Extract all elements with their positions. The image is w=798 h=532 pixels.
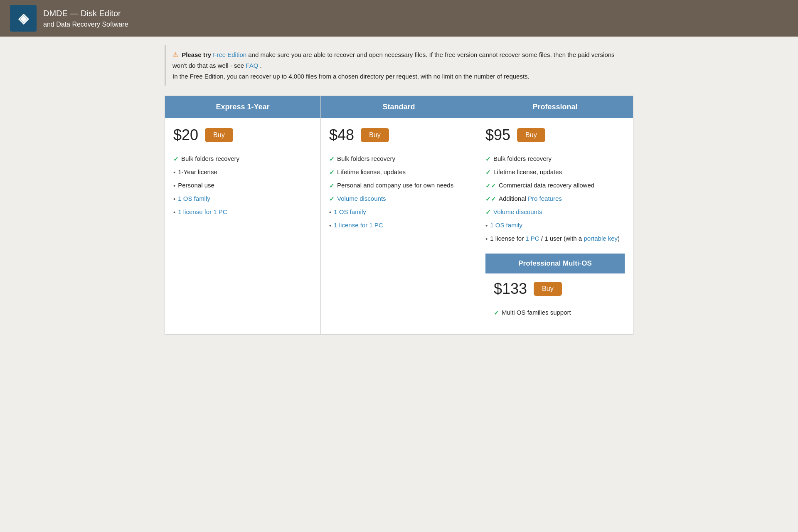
faq-link[interactable]: FAQ	[246, 62, 258, 69]
feature-text: Commercial data recovery allowed	[499, 180, 594, 191]
license-pc-link[interactable]: 1 license for 1 PC	[334, 219, 383, 231]
portable-key-link[interactable]: portable key	[584, 235, 618, 242]
pricing-grid: Express 1-Year $20 Buy ✓ Bulk folders re…	[165, 96, 633, 335]
free-edition-link[interactable]: Free Edition	[213, 51, 246, 58]
list-item: • 1 OS family	[173, 192, 312, 205]
plan-express-body: $20 Buy ✓ Bulk folders recovery • 1-Year…	[165, 118, 320, 334]
volume-discounts-link[interactable]: Volume discounts	[493, 206, 542, 217]
feature-text: Personal and company use for own needs	[337, 180, 453, 191]
list-item: ✓ Volume discounts	[329, 192, 468, 205]
notice-period: .	[260, 62, 261, 69]
standard-price-row: $48 Buy	[329, 126, 468, 144]
feature-text: Bulk folders recovery	[493, 153, 552, 164]
check-icon: ✓	[485, 167, 491, 178]
plan-multi-os-body: $133 Buy ✓ Multi OS families support	[485, 273, 625, 326]
bullet-icon: •	[485, 220, 488, 231]
feature-text: Additional Pro features	[499, 193, 562, 204]
express-buy-button[interactable]: Buy	[205, 128, 233, 142]
bullet-icon: •	[329, 220, 331, 231]
check-icon: ✓	[173, 153, 179, 165]
bullet-icon: •	[329, 207, 331, 218]
license-1pc-link[interactable]: 1 PC	[525, 235, 539, 242]
os-family-link[interactable]: 1 OS family	[334, 206, 366, 217]
plan-express-header: Express 1-Year	[165, 96, 320, 118]
multi-os-price-row: $133 Buy	[494, 280, 616, 298]
feature-text: 1-Year license	[178, 166, 217, 177]
plan-express-title: Express 1-Year	[216, 103, 269, 111]
bullet-icon: •	[173, 207, 175, 218]
plan-standard-title: Standard	[382, 103, 415, 111]
list-item: • Personal use	[173, 179, 312, 192]
main-content: ⚠ Please try Free Edition and make sure …	[158, 37, 640, 343]
notice-line2: In the Free Edition, you can recover up …	[172, 71, 627, 82]
express-price-row: $20 Buy	[173, 126, 312, 144]
plan-express: Express 1-Year $20 Buy ✓ Bulk folders re…	[165, 96, 321, 335]
feature-text: 1 license for 1 PC / 1 user (with a port…	[490, 233, 620, 244]
professional-features: ✓ Bulk folders recovery ✓ Lifetime licen…	[485, 152, 625, 245]
check-icon: ✓	[494, 307, 499, 318]
os-family-link[interactable]: 1 OS family	[490, 219, 522, 231]
check-icon: ✓	[329, 193, 335, 204]
multi-os-price: $133	[494, 280, 527, 298]
express-price: $20	[173, 126, 198, 144]
list-item: • 1 OS family	[329, 205, 468, 219]
plan-professional-header: Professional	[477, 96, 633, 118]
standard-price: $48	[329, 126, 354, 144]
check-icon: ✓	[329, 153, 335, 165]
list-item: ✓ Lifetime license, updates	[485, 165, 625, 179]
plan-standard-body: $48 Buy ✓ Bulk folders recovery ✓ Lifeti…	[321, 118, 477, 334]
pro-features-link[interactable]: Pro features	[528, 195, 562, 202]
notice-prefix: Please try	[182, 51, 213, 58]
bullet-icon: •	[485, 233, 488, 244]
list-item: ✓ Personal and company use for own needs	[329, 179, 468, 192]
feature-text: Multi OS families support	[502, 307, 571, 318]
list-item: ✓ Bulk folders recovery	[173, 152, 312, 165]
plan-professional-title: Professional	[532, 103, 577, 111]
list-item: • 1 license for 1 PC	[173, 205, 312, 219]
plan-multi-os-title: Professional Multi-OS	[518, 259, 592, 267]
feature-text: Personal use	[178, 180, 214, 191]
notice-line1: ⚠ Please try Free Edition and make sure …	[172, 49, 627, 71]
professional-buy-button[interactable]: Buy	[517, 128, 545, 142]
list-item: ✓ Volume discounts	[485, 205, 625, 219]
list-item: • 1 license for 1 PC	[329, 219, 468, 232]
bullet-icon: •	[173, 167, 175, 178]
feature-text: Bulk folders recovery	[181, 153, 239, 164]
list-item: ✓ Multi OS families support	[494, 306, 616, 319]
multi-os-buy-button[interactable]: Buy	[534, 282, 562, 296]
list-item: ✓✓ Commercial data recovery allowed	[485, 179, 625, 192]
feature-text: Lifetime license, updates	[337, 166, 406, 177]
plan-professional: Professional $95 Buy ✓ Bulk folders reco…	[477, 96, 633, 335]
bullet-icon: •	[173, 180, 175, 191]
list-item: • 1 OS family	[485, 219, 625, 232]
professional-price-row: $95 Buy	[485, 126, 625, 144]
list-item: ✓✓ Additional Pro features	[485, 192, 625, 205]
check-icon: ✓	[485, 207, 491, 218]
multi-os-features: ✓ Multi OS families support	[494, 306, 616, 319]
express-features: ✓ Bulk folders recovery • 1-Year license…	[173, 152, 312, 219]
site-subtitle: and Data Recovery Software	[43, 20, 128, 30]
volume-discounts-link[interactable]: Volume discounts	[337, 193, 386, 204]
license-pc-link[interactable]: 1 license for 1 PC	[178, 206, 227, 217]
plan-standard: Standard $48 Buy ✓ Bulk folders recovery…	[321, 96, 477, 335]
notice-block: ⚠ Please try Free Edition and make sure …	[165, 45, 633, 86]
logo: ◈	[10, 5, 37, 32]
check-icon: ✓	[485, 153, 491, 165]
list-item: ✓ Bulk folders recovery	[329, 152, 468, 165]
standard-features: ✓ Bulk folders recovery ✓ Lifetime licen…	[329, 152, 468, 232]
logo-icon: ◈	[18, 10, 29, 26]
site-title: DMDE — Disk Editor	[43, 7, 128, 20]
os-family-link[interactable]: 1 OS family	[178, 193, 210, 204]
check-icon: ✓✓	[485, 193, 496, 204]
plan-multi-os-header: Professional Multi-OS	[485, 254, 625, 273]
feature-text: Lifetime license, updates	[493, 166, 562, 177]
list-item: ✓ Lifetime license, updates	[329, 165, 468, 179]
professional-price: $95	[485, 126, 510, 144]
list-item: • 1-Year license	[173, 165, 312, 179]
standard-buy-button[interactable]: Buy	[361, 128, 389, 142]
bullet-icon: •	[173, 193, 175, 204]
check-icon: ✓	[329, 167, 335, 178]
plan-professional-body: $95 Buy ✓ Bulk folders recovery ✓ Lifeti…	[477, 118, 633, 334]
plan-standard-header: Standard	[321, 96, 477, 118]
check-icon: ✓	[329, 180, 335, 191]
